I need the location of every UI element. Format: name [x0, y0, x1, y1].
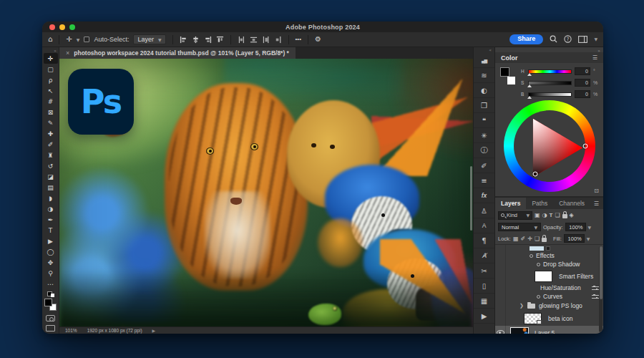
- canvas[interactable]: Ps: [59, 59, 473, 326]
- distribute-v-icon[interactable]: [274, 36, 282, 44]
- actions-panel-icon[interactable]: ▶: [474, 309, 494, 324]
- canvas-scrollbar[interactable]: [470, 166, 472, 231]
- zoom-tool[interactable]: ⚲: [44, 268, 58, 279]
- brightness-slider[interactable]: [528, 92, 572, 97]
- blur-tool[interactable]: ◗: [44, 193, 58, 203]
- brush-tool[interactable]: ✐: [44, 139, 58, 150]
- visibility-toggle[interactable]: [495, 268, 506, 284]
- type-tool[interactable]: T: [44, 225, 58, 236]
- smart-filter-mask-thumbnail[interactable]: [535, 271, 552, 282]
- frame-tool[interactable]: ⊠: [44, 107, 58, 117]
- layer-row-partial[interactable]: [495, 245, 603, 251]
- distribute-left-icon[interactable]: [238, 36, 245, 44]
- shape-tool[interactable]: ◯: [44, 246, 58, 257]
- minimize-window-button[interactable]: [59, 24, 65, 30]
- clone-stamp-tool[interactable]: ♜: [44, 150, 58, 160]
- histogram-panel-icon[interactable]: ▄▆: [474, 53, 494, 68]
- align-center-h-icon[interactable]: [192, 36, 200, 44]
- help-icon[interactable]: ?: [564, 35, 572, 43]
- info-panel-icon[interactable]: ⓘ: [474, 143, 494, 158]
- eye-icon[interactable]: [497, 330, 504, 334]
- sv-marker[interactable]: [532, 171, 537, 176]
- default-colors-icon[interactable]: [47, 291, 54, 297]
- color-wheel[interactable]: ⊡: [495, 100, 603, 196]
- adjustments-panel-icon[interactable]: ≋: [474, 68, 494, 83]
- wheel-options-icon[interactable]: ⊡: [594, 188, 599, 194]
- libraries-panel-icon[interactable]: ❐: [474, 98, 494, 113]
- healing-brush-tool[interactable]: ✚: [44, 128, 58, 139]
- share-button[interactable]: Share: [509, 34, 543, 44]
- dodge-tool[interactable]: ◑: [44, 203, 58, 214]
- layer-thumbnail[interactable]: [524, 313, 542, 324]
- pen-tool[interactable]: ✒: [44, 214, 58, 225]
- more-options-icon[interactable]: •••: [296, 37, 301, 42]
- filter-blending-options-icon[interactable]: [592, 294, 599, 299]
- tab-channels[interactable]: Channels: [553, 198, 590, 209]
- comments-panel-icon[interactable]: ❝: [474, 113, 494, 128]
- filter-kind-dropdown[interactable]: Kind ▼: [498, 211, 532, 220]
- auto-select-checkbox[interactable]: [84, 37, 89, 42]
- lock-all-icon[interactable]: [542, 238, 547, 242]
- visibility-toggle[interactable]: [495, 311, 506, 326]
- maximize-window-button[interactable]: [69, 24, 75, 30]
- gear-icon[interactable]: ⚙: [315, 36, 321, 43]
- layer-row-smart-filters[interactable]: Smart Filters: [495, 268, 603, 284]
- group-expander-icon[interactable]: ❯: [519, 303, 524, 309]
- hue-slider[interactable]: [528, 69, 572, 74]
- marquee-tool[interactable]: ▢: [44, 64, 58, 74]
- paragraph-panel-icon[interactable]: ¶: [474, 233, 494, 248]
- collapse-toolbar-icon[interactable]: »: [54, 48, 59, 53]
- history-brush-tool[interactable]: ↺: [44, 160, 58, 171]
- filter-toggle-icon[interactable]: [537, 295, 540, 299]
- lock-position-icon[interactable]: ✛: [527, 236, 532, 242]
- clip-adjustment-panel-icon[interactable]: ◐: [474, 83, 494, 98]
- chevron-down-icon[interactable]: ▼: [594, 37, 597, 42]
- chevron-down-icon[interactable]: ▼: [77, 37, 80, 42]
- align-right-icon[interactable]: [204, 36, 212, 44]
- chevron-down-icon[interactable]: ▼: [587, 236, 590, 241]
- distribute-center-h-icon[interactable]: [250, 36, 258, 44]
- title-bar[interactable]: Adobe Photoshop 2024: [42, 21, 603, 32]
- hand-tool[interactable]: ✥: [44, 257, 58, 268]
- workspace-switcher-icon[interactable]: [578, 36, 587, 43]
- saturation-value[interactable]: 0: [575, 79, 590, 87]
- foreground-color-swatch[interactable]: [44, 299, 52, 306]
- brightness-value[interactable]: 0: [575, 90, 590, 98]
- screen-mode-button[interactable]: [46, 325, 55, 332]
- layer-row-group[interactable]: ❯ glowing PS logo: [495, 301, 603, 311]
- layer-comps-panel-icon[interactable]: ▦: [474, 294, 494, 309]
- fill-value[interactable]: 100%: [564, 234, 585, 243]
- styles-panel-icon[interactable]: fx: [474, 188, 494, 203]
- tab-paths[interactable]: Paths: [526, 198, 553, 209]
- visibility-toggle[interactable]: [495, 292, 506, 301]
- close-window-button[interactable]: [49, 24, 55, 30]
- lock-artboard-icon[interactable]: ❏: [535, 236, 540, 242]
- effect-toggle-icon[interactable]: [537, 263, 540, 266]
- filter-toggle-icon[interactable]: ◈: [570, 212, 574, 218]
- hue-value[interactable]: 0: [575, 67, 590, 75]
- eyedropper-tool[interactable]: ✎: [44, 117, 58, 128]
- object-selection-tool[interactable]: ↖: [44, 85, 58, 96]
- search-icon[interactable]: [550, 35, 557, 43]
- brush-settings-panel-icon[interactable]: ✐: [474, 158, 494, 173]
- blend-mode-dropdown[interactable]: Normal ▼: [498, 223, 541, 231]
- layer-row-layer5-selected[interactable]: Layer 5: [495, 326, 603, 334]
- chevron-down-icon[interactable]: ▼: [588, 225, 592, 230]
- shape-layer-filter-icon[interactable]: ❏: [555, 212, 560, 218]
- panel-menu-icon[interactable]: ☰: [592, 54, 597, 61]
- patterns-panel-icon[interactable]: ✳: [474, 128, 494, 143]
- status-chevron-icon[interactable]: ▶: [152, 328, 156, 333]
- align-left-icon[interactable]: [180, 36, 187, 44]
- visibility-toggle[interactable]: [495, 301, 506, 311]
- layer-row-hue-saturation[interactable]: Hue/Saturation: [495, 284, 603, 292]
- visibility-toggle[interactable]: [495, 326, 506, 334]
- adjustment-layer-filter-icon[interactable]: ◑: [542, 212, 547, 218]
- layer-row-beta-icon[interactable]: beta icon: [495, 311, 603, 326]
- collapse-dock-icon[interactable]: «: [474, 47, 494, 53]
- pixel-layer-filter-icon[interactable]: ▣: [535, 212, 540, 218]
- align-top-icon[interactable]: [216, 36, 224, 44]
- eraser-tool[interactable]: ◪: [44, 171, 58, 182]
- tools-panel-icon[interactable]: ✂: [474, 263, 494, 279]
- move-tool-icon[interactable]: ✛: [66, 36, 72, 43]
- saturation-slider[interactable]: [528, 81, 572, 85]
